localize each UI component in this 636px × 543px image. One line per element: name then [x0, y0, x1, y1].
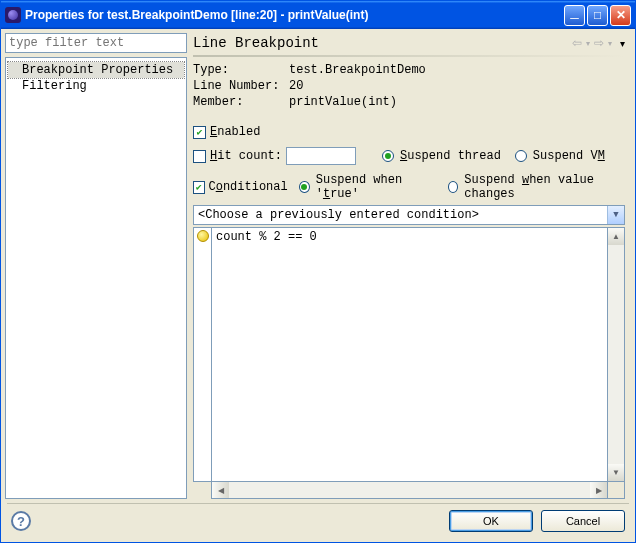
condition-history-combo[interactable]: <Choose a previously entered condition> …: [193, 205, 625, 225]
member-label: Member:: [193, 95, 289, 109]
lightbulb-icon[interactable]: [197, 230, 209, 242]
suspend-vm-radio[interactable]: Suspend VM: [515, 149, 605, 163]
back-button[interactable]: ⇦: [570, 36, 584, 50]
enabled-checkbox[interactable]: [193, 126, 206, 139]
breakpoint-info: Type:test.BreakpointDemo Line Number:20 …: [193, 63, 625, 111]
hitcount-checkbox[interactable]: [193, 150, 206, 163]
scroll-right-icon[interactable]: ▶: [590, 482, 607, 498]
sidebar: Breakpoint Properties Filtering: [5, 33, 187, 499]
tree-item-filtering[interactable]: Filtering: [8, 78, 184, 94]
titlebar[interactable]: Properties for test.BreakpointDemo [line…: [1, 1, 635, 29]
help-icon[interactable]: ?: [11, 511, 31, 531]
window-title: Properties for test.BreakpointDemo [line…: [25, 8, 564, 22]
line-value: 20: [289, 79, 303, 93]
close-button[interactable]: ✕: [610, 5, 631, 26]
cancel-button[interactable]: Cancel: [541, 510, 625, 532]
combo-text: <Choose a previously entered condition>: [194, 208, 607, 222]
eclipse-icon: [5, 7, 21, 23]
ok-button[interactable]: OK: [449, 510, 533, 532]
page-title: Line Breakpoint: [193, 35, 570, 51]
hitcount-input[interactable]: [286, 147, 356, 165]
forward-button[interactable]: ⇨: [592, 36, 606, 50]
conditional-checkbox[interactable]: [193, 181, 205, 194]
tree-item-breakpoint-properties[interactable]: Breakpoint Properties: [8, 62, 184, 78]
enabled-label: EEnablednabled: [210, 125, 260, 139]
type-value: test.BreakpointDemo: [289, 63, 426, 77]
detail-panel: Line Breakpoint ⇦▾ ⇨▾ ▾ Type:test.Breakp…: [191, 33, 631, 499]
scroll-down-icon[interactable]: ▼: [608, 464, 624, 481]
minimize-button[interactable]: ─: [564, 5, 585, 26]
scroll-left-icon[interactable]: ◀: [212, 482, 229, 498]
view-menu-button[interactable]: ▾: [614, 38, 625, 49]
chevron-down-icon[interactable]: ▼: [607, 206, 624, 224]
conditional-label: Conditional: [209, 180, 288, 194]
line-label: Line Number:: [193, 79, 289, 93]
vertical-scrollbar[interactable]: ▲ ▼: [608, 227, 625, 482]
suspend-when-changes-radio[interactable]: Suspend when value changes: [448, 173, 625, 201]
condition-editor[interactable]: count % 2 == 0: [211, 227, 608, 482]
type-label: Type:: [193, 63, 289, 77]
dialog-window: Properties for test.BreakpointDemo [line…: [0, 0, 636, 543]
scroll-up-icon[interactable]: ▲: [608, 228, 624, 245]
hitcount-label: Hit count:: [210, 149, 282, 163]
navigation-tree[interactable]: Breakpoint Properties Filtering: [5, 57, 187, 499]
suspend-thread-radio[interactable]: Suspend thread: [382, 149, 501, 163]
suspend-when-true-radio[interactable]: Suspend when 'true': [299, 173, 433, 201]
editor-gutter: [193, 227, 211, 482]
maximize-button[interactable]: □: [587, 5, 608, 26]
member-value: printValue(int): [289, 95, 397, 109]
horizontal-scrollbar[interactable]: ◀ ▶: [211, 482, 608, 499]
filter-input[interactable]: [5, 33, 187, 53]
